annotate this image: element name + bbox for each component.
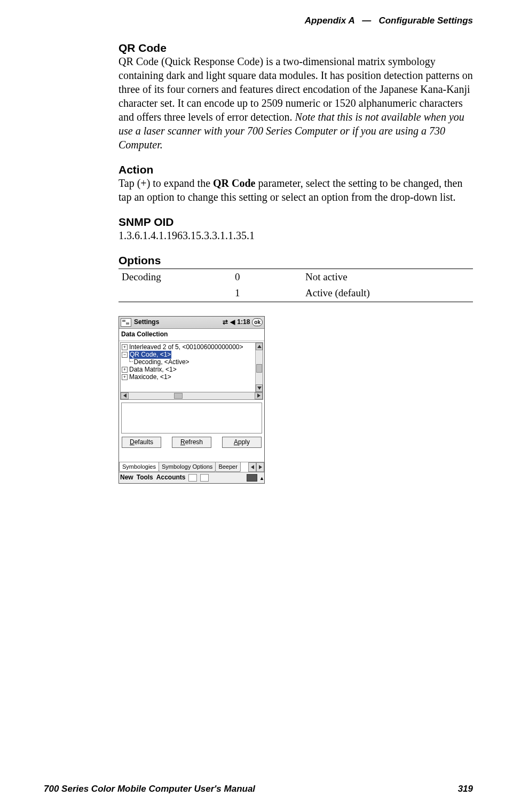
scroll-thumb[interactable] (174, 393, 183, 399)
start-flag-icon[interactable] (121, 318, 131, 327)
action-body: Tap (+) to expand the QR Code parameter,… (119, 176, 473, 204)
keyboard-popup-arrow[interactable]: ▴ (260, 475, 263, 482)
taskbar-icon-2[interactable] (200, 474, 209, 482)
page-content: QR Code QR Code (Quick Response Code) is… (119, 42, 473, 484)
action-bold: QR Code (213, 177, 255, 189)
tree-label: Maxicode, <1> (129, 373, 171, 382)
action-pre: Tap (+) to expand the (119, 177, 213, 189)
tree-item-qr-code[interactable]: − QR Code, <1> (122, 351, 262, 359)
horizontal-scrollbar[interactable] (120, 392, 263, 400)
taskbar-icon-1[interactable] (188, 474, 197, 482)
scroll-up-button[interactable] (256, 343, 263, 350)
qr-code-body: QR Code (Quick Response Code) is a two-d… (119, 54, 473, 152)
symbology-tree[interactable]: + Interleaved 2 of 5, <001006000000000> … (120, 342, 263, 392)
expand-icon[interactable]: + (122, 367, 128, 373)
header-title: Configurable Settings (378, 15, 473, 26)
tab-symbology-options[interactable]: Symbology Options (159, 462, 216, 471)
vertical-scrollbar[interactable] (255, 343, 263, 392)
options-desc-0: Not active (302, 269, 473, 285)
menu-accounts[interactable]: Accounts (156, 474, 186, 482)
expand-icon[interactable]: + (122, 374, 128, 380)
tab-symbologies[interactable]: Symbologies (119, 462, 159, 471)
taskbar: New Tools Accounts ▴ (119, 472, 264, 483)
expand-icon[interactable]: + (122, 344, 128, 350)
options-desc-1: Active (default) (302, 285, 473, 302)
tab-scroll-right[interactable] (256, 462, 264, 472)
panel-title: Data Collection (119, 329, 264, 341)
window-titlebar: Settings ⇄ ◀ 1:18 ok (119, 317, 264, 329)
device-screenshot: Settings ⇄ ◀ 1:18 ok Data Collection + I… (119, 316, 265, 484)
tree-item-maxicode[interactable]: + Maxicode, <1> (122, 374, 262, 381)
tab-strip: Symbologies Symbology Options Beeper (119, 462, 264, 472)
heading-snmp-oid: SNMP OID (119, 216, 473, 228)
tree-item-decoding[interactable]: └· Decoding, <Active> (122, 359, 262, 366)
defaults-button[interactable]: Defaults (122, 437, 161, 448)
scroll-right-button[interactable] (255, 392, 263, 399)
tab-scroll-left[interactable] (248, 462, 256, 472)
running-header: Appendix A — Configurable Settings (305, 15, 473, 27)
footer-manual-title: 700 Series Color Mobile Computer User's … (44, 783, 255, 795)
tree-item-data-matrix[interactable]: + Data Matrix, <1> (122, 366, 262, 374)
tree-item-interleaved[interactable]: + Interleaved 2 of 5, <001006000000000> (122, 344, 262, 351)
page-footer: 700 Series Color Mobile Computer User's … (44, 783, 473, 795)
options-code-0: 0 (232, 269, 302, 285)
window-title: Settings (134, 318, 159, 327)
tab-beeper[interactable]: Beeper (215, 462, 240, 471)
options-code-1: 1 (232, 285, 302, 302)
heading-qr-code: QR Code (119, 42, 473, 54)
scroll-down-button[interactable] (256, 384, 263, 392)
header-sep: — (362, 15, 371, 26)
scroll-thumb[interactable] (256, 364, 262, 373)
ok-button[interactable]: ok (252, 318, 263, 326)
options-name-1 (119, 285, 232, 302)
value-input[interactable] (121, 403, 262, 433)
footer-page-number: 319 (458, 783, 473, 795)
menu-new[interactable]: New (120, 474, 133, 482)
heading-action: Action (119, 163, 473, 176)
scroll-left-button[interactable] (121, 392, 129, 399)
options-table: Decoding 0 Not active 1 Active (default) (119, 269, 473, 302)
options-name-0: Decoding (119, 269, 232, 285)
connectivity-icon[interactable]: ⇄ (223, 318, 228, 327)
volume-icon[interactable]: ◀ (230, 318, 235, 327)
table-row: Decoding 0 Not active (119, 269, 473, 285)
menu-tools[interactable]: Tools (137, 474, 153, 482)
header-appendix: Appendix A (305, 15, 354, 26)
clock[interactable]: 1:18 (237, 318, 250, 327)
keyboard-icon[interactable] (247, 474, 257, 482)
system-tray: ⇄ ◀ 1:18 ok (223, 318, 263, 327)
collapse-icon[interactable]: − (122, 352, 128, 358)
table-row: 1 Active (default) (119, 285, 473, 302)
apply-button[interactable]: Apply (222, 437, 262, 448)
refresh-button[interactable]: Refresh (172, 437, 211, 448)
heading-options: Options (119, 254, 473, 267)
snmp-oid-value: 1.3.6.1.4.1.1963.15.3.3.1.1.35.1 (119, 228, 473, 242)
